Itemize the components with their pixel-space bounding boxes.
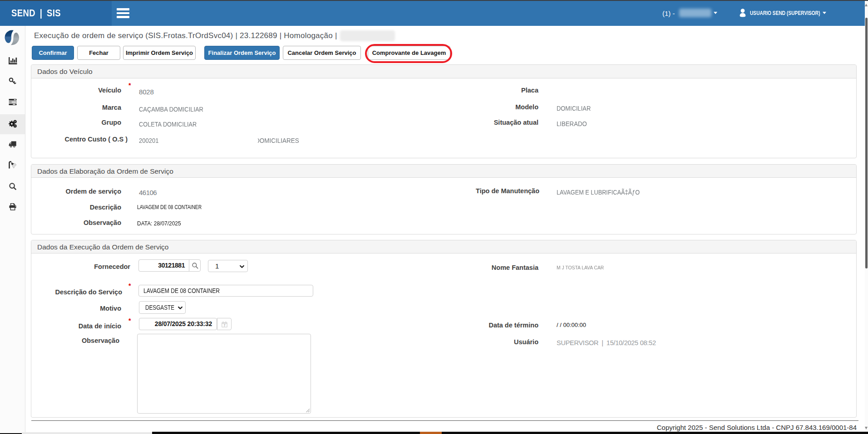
svg-text:7: 7 — [224, 324, 226, 327]
